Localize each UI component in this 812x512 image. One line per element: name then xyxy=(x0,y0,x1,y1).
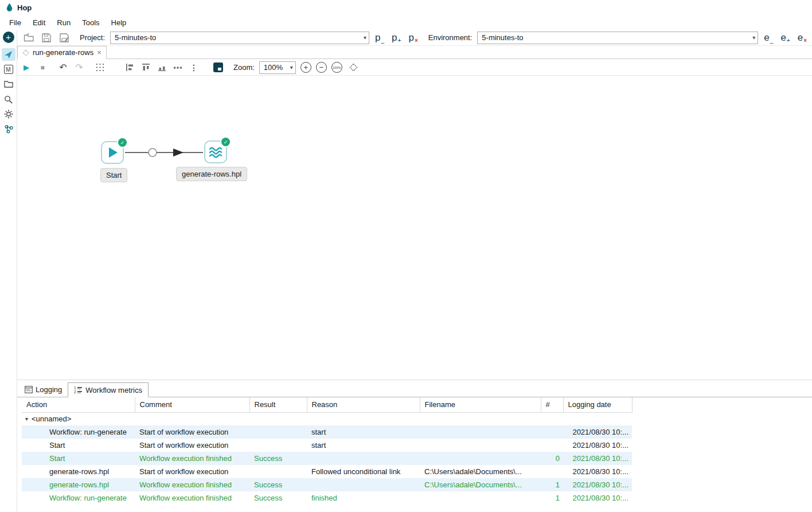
grid-icon xyxy=(96,64,104,71)
environment-edit-button[interactable]: e_ xyxy=(762,33,775,42)
save-button[interactable] xyxy=(40,32,53,44)
chevron-down-icon: ▾ xyxy=(364,34,366,41)
chevron-down-icon: ▾ xyxy=(290,64,293,71)
node-generate-rows[interactable]: ✓ xyxy=(204,140,227,163)
col-result[interactable]: Result xyxy=(249,397,307,412)
undo-button[interactable]: ↶ xyxy=(56,61,70,74)
distribute-vertical-icon: ⋮ xyxy=(190,63,198,72)
distribute-horizontally-button[interactable] xyxy=(171,61,185,74)
perspective-plugins[interactable] xyxy=(2,108,15,120)
menu-help[interactable]: Help xyxy=(106,16,132,29)
expand-chevron-icon[interactable]: ▾ xyxy=(25,416,28,422)
environment-add-button[interactable]: e+ xyxy=(779,33,791,42)
close-tab-icon[interactable]: × xyxy=(97,48,102,57)
menu-file[interactable]: File xyxy=(3,16,27,29)
cell-action: generate-rows.hpl xyxy=(22,465,135,478)
perspective-search[interactable] xyxy=(2,93,15,105)
cell-result: Success xyxy=(249,452,307,465)
cell-result: Success xyxy=(249,478,307,491)
zoom-in-button[interactable]: + xyxy=(300,62,311,73)
cell-filename: C:\Users\adale\Documents\... xyxy=(420,478,541,491)
metrics-row[interactable]: StartStart of workflow executionstart202… xyxy=(22,439,632,452)
stop-workflow-button[interactable]: ■ xyxy=(36,61,49,74)
environment-combo[interactable]: 5-minutes-to ▾ xyxy=(477,32,758,44)
environment-edit-glyph: e xyxy=(764,33,769,42)
cell-count: 0 xyxy=(541,452,563,465)
snap-to-grid-button[interactable] xyxy=(93,61,107,74)
perspective-metadata[interactable]: M xyxy=(2,63,15,76)
node-start[interactable]: ✓ xyxy=(101,141,124,164)
undo-icon: ↶ xyxy=(59,62,67,73)
metrics-row[interactable]: Workflow: run-generateWorkflow execution… xyxy=(22,491,632,505)
project-combo-value: 5-minutes-to xyxy=(115,33,156,42)
workflow-canvas[interactable]: ✓ Start ✓ generate-rows.hpl xyxy=(17,76,812,380)
metrics-row[interactable]: Workflow: run-generateStart of workflow … xyxy=(22,425,632,439)
align-bottom-button[interactable] xyxy=(155,61,169,74)
perspective-data-orchestration[interactable] xyxy=(2,48,15,61)
run-workflow-button[interactable]: ▶ xyxy=(19,61,33,74)
zoom-out-button[interactable]: − xyxy=(316,62,327,73)
menu-edit[interactable]: Edit xyxy=(27,16,51,29)
open-file-button[interactable] xyxy=(22,32,36,44)
menu-tools[interactable]: Tools xyxy=(76,16,105,29)
cell-reason: finished xyxy=(307,491,420,505)
chevron-down-icon: ▾ xyxy=(752,34,755,41)
project-delete-button[interactable]: p× xyxy=(407,33,419,42)
cell-action: generate-rows.hpl xyxy=(22,478,135,491)
node-label-generate-rows[interactable]: generate-rows.hpl xyxy=(176,167,247,181)
execution-results-toggle-button[interactable] xyxy=(213,62,223,72)
open-folder-icon xyxy=(24,33,34,42)
save-as-floppy-icon xyxy=(60,33,69,42)
group-row[interactable]: ▾<unnamed> xyxy=(22,412,632,425)
metrics-row[interactable]: StartWorkflow execution finishedSuccess0… xyxy=(22,452,632,465)
cell-reason: Followed unconditional link xyxy=(307,465,420,478)
perspective-file-explorer[interactable] xyxy=(2,78,15,91)
zoom-to-fit-button[interactable] xyxy=(347,61,361,74)
metrics-row[interactable]: generate-rows.hplStart of workflow execu… xyxy=(22,465,632,478)
cell-reason xyxy=(307,478,420,491)
project-edit-button[interactable]: p_ xyxy=(373,33,386,42)
cell-comment: Start of workflow execution xyxy=(135,465,249,478)
zoom-in-icon: + xyxy=(304,63,309,72)
project-add-button[interactable]: p+ xyxy=(390,33,403,42)
col-date[interactable]: Logging date xyxy=(563,397,632,412)
cell-comment: Workflow execution finished xyxy=(135,491,249,505)
cell-filename xyxy=(420,491,541,505)
cell-filename xyxy=(420,439,541,452)
redo-icon: ↷ xyxy=(75,62,83,73)
results-tab-bar: Logging 1 2 Workflow metrics xyxy=(17,380,812,397)
project-label: Project: xyxy=(80,33,105,42)
project-combo[interactable]: 5-minutes-to ▾ xyxy=(110,32,369,44)
zoom-combo[interactable]: 100% ▾ xyxy=(259,61,296,74)
align-top-button[interactable] xyxy=(139,61,153,74)
environment-add-glyph: e xyxy=(780,33,786,42)
environment-delete-button[interactable]: e× xyxy=(796,33,809,42)
tab-workflow-metrics[interactable]: 1 2 Workflow metrics xyxy=(68,382,149,397)
tab-logging[interactable]: Logging xyxy=(19,382,68,397)
cell-action: Workflow: run-generate xyxy=(22,491,135,505)
menu-run[interactable]: Run xyxy=(51,16,76,29)
col-reason[interactable]: Reason xyxy=(307,397,420,412)
zoom-100-button[interactable]: 100% xyxy=(331,62,342,73)
col-action[interactable]: Action xyxy=(22,397,135,412)
save-as-button[interactable] xyxy=(57,32,71,44)
col-comment[interactable]: Comment xyxy=(135,397,249,412)
cell-filename xyxy=(420,452,541,465)
neo4j-graph-icon xyxy=(4,124,13,134)
cell-filename: C:\Users\adale\Documents\... xyxy=(420,465,541,478)
col-count[interactable]: # xyxy=(541,397,563,412)
stop-icon: ■ xyxy=(40,64,44,72)
metrics-row[interactable]: generate-rows.hplWorkflow execution fini… xyxy=(22,478,632,491)
node-label-start[interactable]: Start xyxy=(100,168,127,182)
success-check-icon: ✓ xyxy=(221,138,230,146)
redo-button[interactable]: ↷ xyxy=(72,61,86,74)
distribute-vertically-button[interactable]: ⋮ xyxy=(187,61,201,74)
col-filename[interactable]: Filename xyxy=(420,397,541,412)
perspective-neo4j[interactable] xyxy=(2,123,15,135)
tab-run-generate-rows[interactable]: run-generate-rows × xyxy=(17,46,107,59)
navigate-arrow-icon xyxy=(4,50,13,59)
project-edit-glyph: p xyxy=(375,33,380,42)
align-left-button[interactable] xyxy=(123,61,136,74)
align-top-icon xyxy=(142,64,150,71)
new-item-button[interactable]: + xyxy=(3,32,14,43)
